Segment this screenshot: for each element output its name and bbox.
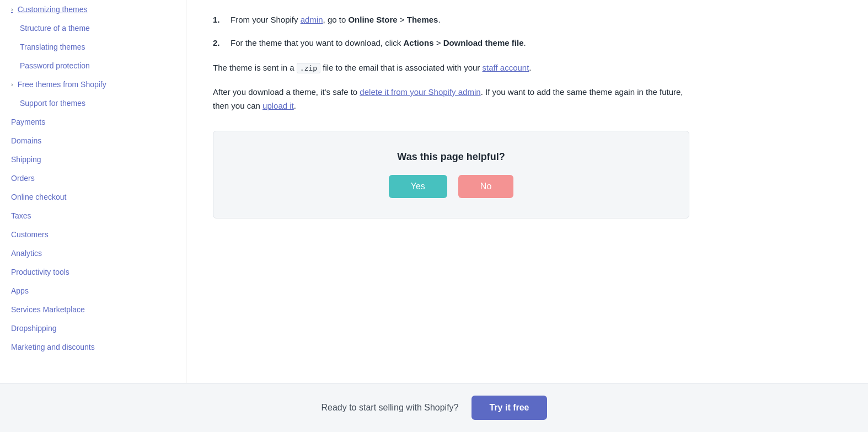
sidebar-item-customizing-themes[interactable]: › Customizing themes — [0, 0, 186, 19]
sidebar-item-payments[interactable]: Payments — [0, 113, 186, 131]
feedback-buttons: Yes No — [227, 175, 676, 198]
chevron-right-icon: › — [11, 81, 13, 88]
staff-account-link[interactable]: staff account — [483, 63, 529, 72]
upload-link[interactable]: upload it — [262, 101, 294, 110]
step-1-number: 1. — [213, 13, 231, 26]
step-2: 2. For the theme that you want to downlo… — [213, 36, 689, 50]
try-it-free-button[interactable]: Try it free — [471, 396, 546, 420]
sidebar-item-label: Productivity tools — [11, 268, 69, 276]
sidebar-item-label: Taxes — [11, 211, 31, 220]
step-2-text: For the theme that you want to download,… — [231, 36, 526, 50]
zip-code: .zip — [297, 63, 320, 73]
sidebar-item-label: Customers — [11, 230, 49, 239]
steps-list: 1. From your Shopify admin, go to Online… — [213, 13, 689, 50]
sidebar-item-services-marketplace[interactable]: Services Marketplace — [0, 300, 186, 319]
sidebar-item-dropshipping[interactable]: Dropshipping — [0, 319, 186, 338]
feedback-no-button[interactable]: No — [458, 175, 513, 198]
sidebar-item-marketing-and-discounts[interactable]: Marketing and discounts — [0, 338, 186, 356]
feedback-question: Was this page helpful? — [227, 151, 676, 163]
sidebar-item-online-checkout[interactable]: Online checkout — [0, 188, 186, 206]
delete-link[interactable]: delete it from your Shopify admin — [360, 87, 480, 97]
sidebar-item-label: Payments — [11, 118, 45, 126]
paragraph-delete: After you download a theme, it's safe to… — [213, 85, 689, 113]
chevron-right-icon: › — [11, 6, 13, 13]
sidebar-item-translating-themes[interactable]: Translating themes — [0, 38, 186, 56]
sidebar-item-label: Services Marketplace — [11, 305, 85, 314]
sidebar-item-label: Marketing and discounts — [11, 343, 95, 351]
sidebar-item-label: Support for themes — [20, 99, 85, 108]
sidebar-item-free-themes[interactable]: › Free themes from Shopify — [0, 75, 186, 94]
sidebar-item-taxes[interactable]: Taxes — [0, 206, 186, 225]
sidebar: › Customizing themes Structure of a them… — [0, 0, 186, 383]
step-2-number: 2. — [213, 36, 231, 50]
sidebar-item-label: Apps — [11, 286, 29, 295]
sidebar-item-analytics[interactable]: Analytics — [0, 244, 186, 263]
sidebar-item-label: Translating themes — [20, 42, 85, 51]
sidebar-item-label: Dropshipping — [11, 324, 57, 333]
sidebar-item-password-protection[interactable]: Password protection — [0, 56, 186, 75]
sidebar-item-support-for-themes[interactable]: Support for themes — [0, 94, 186, 113]
footer-text: Ready to start selling with Shopify? — [321, 403, 458, 413]
sidebar-item-label: Customizing themes — [18, 5, 88, 14]
sidebar-item-label: Structure of a theme — [20, 24, 90, 33]
sidebar-item-label: Free themes from Shopify — [18, 80, 106, 89]
sidebar-item-domains[interactable]: Domains — [0, 131, 186, 150]
sidebar-item-orders[interactable]: Orders — [0, 169, 186, 188]
sidebar-item-label: Domains — [11, 136, 41, 145]
feedback-yes-button[interactable]: Yes — [389, 175, 447, 198]
admin-link[interactable]: admin — [301, 15, 323, 24]
step-1-text: From your Shopify admin, go to Online St… — [231, 13, 441, 26]
sidebar-item-customers[interactable]: Customers — [0, 225, 186, 244]
footer-bar: Ready to start selling with Shopify? Try… — [0, 383, 868, 432]
sidebar-item-label: Shipping — [11, 155, 41, 164]
paragraph-zip: The theme is sent in a .zip file to the … — [213, 61, 689, 75]
sidebar-item-productivity-tools[interactable]: Productivity tools — [0, 263, 186, 281]
main-content: 1. From your Shopify admin, go to Online… — [186, 0, 716, 383]
step-1: 1. From your Shopify admin, go to Online… — [213, 13, 689, 26]
sidebar-item-label: Online checkout — [11, 193, 66, 201]
sidebar-item-apps[interactable]: Apps — [0, 281, 186, 300]
sidebar-item-structure-of-a-theme[interactable]: Structure of a theme — [0, 19, 186, 38]
sidebar-item-shipping[interactable]: Shipping — [0, 150, 186, 169]
feedback-box: Was this page helpful? Yes No — [213, 131, 689, 218]
sidebar-item-label: Password protection — [20, 61, 90, 70]
sidebar-item-label: Orders — [11, 174, 35, 183]
sidebar-item-label: Analytics — [11, 249, 42, 258]
